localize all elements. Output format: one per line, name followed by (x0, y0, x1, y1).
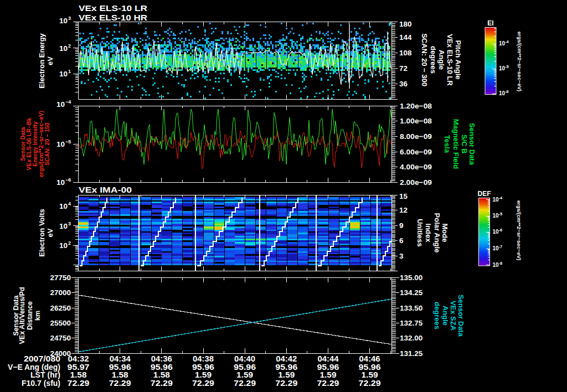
svg-text:ergs/(cm**2−sr−sec−eV): ergs/(cm**2−sr−sec−eV) (517, 32, 523, 92)
svg-text:VEx ELS-10 LR: VEx ELS-10 LR (446, 34, 454, 86)
svg-text:VEx IMA-00: VEx IMA-00 (79, 185, 132, 194)
svg-text:72.29: 72.29 (359, 379, 381, 388)
svg-text:10: 10 (56, 140, 65, 148)
svg-text:Unitless: Unitless (416, 219, 424, 247)
svg-text:10: 10 (59, 70, 68, 78)
svg-text:10-7: 10-7 (493, 244, 503, 251)
svg-text:144: 144 (399, 33, 412, 42)
svg-text:eV: eV (46, 228, 54, 237)
svg-text:131.25: 131.25 (400, 349, 423, 358)
svg-text:9: 9 (399, 221, 404, 230)
svg-text:VEx SZA: VEx SZA (449, 301, 457, 331)
svg-text:6: 6 (399, 236, 404, 245)
svg-text:10-4: 10-4 (493, 195, 503, 203)
svg-text:Electron Volts: Electron Volts (38, 209, 46, 256)
svg-text:1.00e−08: 1.00e−08 (400, 117, 432, 125)
svg-text:VEx Alt/Venus/Pd: VEx Alt/Venus/Pd (18, 287, 26, 344)
svg-text:Pitch Angle: Pitch Angle (454, 40, 462, 79)
svg-text:−5: −5 (65, 139, 71, 145)
svg-text:2: 2 (68, 240, 71, 246)
svg-text:132.00: 132.00 (400, 334, 422, 342)
svg-text:27750: 27750 (50, 274, 71, 282)
svg-text:1: 1 (68, 69, 71, 74)
svg-text:10: 10 (56, 100, 65, 109)
svg-text:1.20e−08: 1.20e−08 (400, 102, 432, 110)
svg-text:72.29: 72.29 (68, 379, 90, 388)
svg-text:eV: eV (46, 56, 54, 65)
svg-text:10: 10 (59, 222, 68, 230)
svg-text:degrees: degrees (433, 302, 441, 329)
svg-text:132.75: 132.75 (400, 319, 423, 327)
svg-text:ergs/(cm**2−sr−sec−eV): ergs/(cm**2−sr−sec−eV) (516, 200, 522, 261)
svg-text:10: 10 (59, 44, 68, 53)
svg-text:VEx ELS-10 HR: VEx ELS-10 HR (79, 13, 147, 22)
svg-text:SCAN: 20 − 300: SCAN: 20 − 300 (420, 33, 429, 86)
svg-text:3: 3 (68, 221, 71, 226)
svg-text:3: 3 (68, 16, 71, 21)
svg-text:12: 12 (399, 206, 408, 214)
svg-text:4: 4 (68, 201, 71, 207)
svg-text:SCAN: 20 − 150: SCAN: 20 − 150 (44, 122, 50, 165)
svg-text:10-4: 10-4 (499, 39, 509, 47)
svg-text:10: 10 (56, 178, 65, 187)
svg-text:Angle: Angle (437, 50, 446, 70)
svg-text:−4: −4 (65, 99, 71, 105)
svg-text:Tesla: Tesla (443, 135, 451, 153)
svg-text:Polar Angle: Polar Angle (433, 213, 441, 253)
svg-text:10: 10 (59, 241, 68, 250)
svg-text:km: km (34, 311, 42, 321)
svg-text:Magnetic Field: Magnetic Field (452, 119, 460, 169)
svg-text:10: 10 (59, 202, 68, 210)
svg-text:72.29: 72.29 (151, 379, 173, 388)
svg-text:Sensor Data: Sensor Data (468, 123, 476, 166)
svg-text:3: 3 (399, 252, 404, 260)
svg-text:Electron Energy: Electron Energy (38, 33, 46, 88)
svg-text:10-5: 10-5 (499, 64, 509, 71)
svg-text:S/C B: S/C B (460, 135, 468, 154)
svg-text:Index: Index (424, 224, 432, 243)
svg-text:Sensor Data: Sensor Data (457, 295, 465, 337)
svg-text:135.00: 135.00 (400, 274, 422, 282)
svg-text:134.25: 134.25 (400, 288, 423, 297)
svg-text:6.00e−09: 6.00e−09 (400, 148, 432, 156)
svg-text:24750: 24750 (50, 334, 71, 342)
svg-text:72.29: 72.29 (317, 379, 339, 388)
svg-text:25500: 25500 (50, 319, 71, 327)
svg-text:10: 10 (59, 17, 68, 25)
svg-text:VEx ELS-10 LR: VEx ELS-10 LR (79, 3, 147, 13)
svg-text:10-5: 10-5 (493, 212, 503, 219)
svg-text:10-6: 10-6 (493, 228, 503, 235)
svg-text:Distance: Distance (26, 301, 34, 330)
svg-text:8.00e−09: 8.00e−09 (400, 132, 432, 141)
svg-text:72.29: 72.29 (192, 379, 214, 388)
svg-text:133.50: 133.50 (400, 304, 422, 312)
svg-text:F10.7 (sfu): F10.7 (sfu) (22, 379, 60, 388)
svg-text:DEF: DEF (478, 190, 491, 198)
svg-text:degrees: degrees (429, 46, 437, 74)
svg-text:72.29: 72.29 (109, 379, 131, 388)
svg-text:72.29: 72.29 (234, 379, 256, 388)
svg-text:26250: 26250 (50, 304, 71, 312)
svg-text:180: 180 (399, 20, 412, 28)
svg-text:2: 2 (68, 43, 71, 49)
svg-text:−6: −6 (65, 177, 71, 183)
svg-text:10-8: 10-8 (493, 261, 503, 268)
svg-text:10-6: 10-6 (499, 89, 509, 96)
svg-text:2.00e−09: 2.00e−09 (400, 178, 432, 187)
svg-text:72.29: 72.29 (275, 379, 297, 388)
svg-text:Mode: Mode (441, 224, 449, 243)
svg-text:EI: EI (487, 19, 493, 27)
svg-text:4.00e−09: 4.00e−09 (400, 163, 432, 171)
svg-text:108: 108 (399, 49, 412, 57)
svg-text:15: 15 (399, 192, 408, 200)
svg-text:27000: 27000 (50, 288, 71, 297)
svg-text:72: 72 (399, 64, 408, 73)
svg-text:Angle: Angle (441, 306, 450, 326)
svg-text:36: 36 (399, 80, 408, 88)
